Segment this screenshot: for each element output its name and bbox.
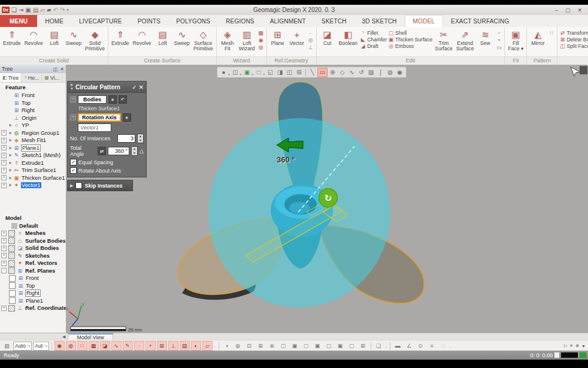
- open-folder-icon[interactable]: ▱: [40, 7, 45, 14]
- trim-surface-button[interactable]: ✂Trim Surface: [434, 28, 454, 52]
- polygon-ref-icon[interactable]: ◎: [307, 37, 314, 44]
- tree-item-region-group1[interactable]: +◍Region Group1: [0, 129, 66, 137]
- panel-tab-vi[interactable]: ▦Vi...: [42, 73, 62, 82]
- view-isometric-icon[interactable]: ▢: [347, 341, 357, 351]
- expand-icon[interactable]: +: [1, 145, 7, 150]
- viewport-split-icon[interactable]: ⊞: [358, 341, 368, 351]
- measure-point-icon[interactable]: ⊙: [416, 341, 426, 351]
- viewport[interactable]: 360 ° 360 ° ↻ y x z 25 mm: [66, 65, 588, 333]
- sweep-solid-button[interactable]: ∿Sweep: [65, 28, 83, 46]
- expand-icon[interactable]: +: [1, 253, 7, 258]
- plane-ref-button[interactable]: ⊞Plane: [269, 28, 287, 46]
- visibility-checkbox[interactable]: [9, 290, 16, 297]
- split-view-icon[interactable]: ◫: [285, 68, 294, 77]
- overflow-dot-icon[interactable]: .: [385, 343, 387, 349]
- tab-regions[interactable]: REGIONS: [218, 15, 262, 27]
- axis-filter-icon[interactable]: ∗: [123, 113, 131, 122]
- undo-icon[interactable]: ↶: [53, 7, 58, 14]
- show-point-cloud-icon[interactable]: ∷: [77, 341, 87, 351]
- tab-home[interactable]: HOME: [37, 15, 71, 27]
- measure-distance-icon[interactable]: ▬: [393, 341, 403, 351]
- rotation-axis-field[interactable]: Vector1: [78, 123, 111, 132]
- selection-mode-dropdown-1[interactable]: Auto▾: [13, 342, 32, 351]
- magnifier-icon[interactable]: ⊕: [267, 341, 277, 351]
- vector-ref-button[interactable]: +Vector: [288, 28, 306, 46]
- sphere-fit-icon[interactable]: ◉: [257, 37, 265, 44]
- expand-icon[interactable]: -: [1, 268, 7, 273]
- show-labels-icon[interactable]: ◐: [191, 341, 201, 351]
- revolve-surface-button[interactable]: ◠Revolve: [132, 28, 153, 46]
- skip-instances-section[interactable]: ▶ ✓ Skip Instances: [67, 180, 133, 191]
- expand-icon[interactable]: +: [1, 153, 7, 158]
- expand-icon[interactable]: +: [1, 130, 7, 135]
- selection-filter-icon[interactable]: ▧: [2, 341, 12, 351]
- previous-view-icon[interactable]: ◑: [222, 341, 232, 351]
- show-coordinates-icon[interactable]: ⊥: [168, 341, 178, 351]
- tree-item-ref-planes[interactable]: -⊞Ref. Planes: [0, 267, 66, 275]
- open-red-icon[interactable]: ⇥: [19, 7, 23, 14]
- visibility-toggle[interactable]: [8, 267, 15, 274]
- more-caret-icon[interactable]: ▾: [66, 7, 69, 14]
- expand-icon[interactable]: +: [1, 183, 7, 188]
- view-left-icon[interactable]: ▢: [301, 341, 311, 351]
- measure-angle-icon[interactable]: ∠: [404, 341, 414, 351]
- instances-spinner[interactable]: ▲▼: [137, 134, 144, 143]
- tab-polygons[interactable]: POLYGONS: [168, 15, 218, 27]
- select-line-icon[interactable]: ╲: [308, 68, 317, 77]
- tree-item-right[interactable]: ⊞Right: [0, 107, 66, 114]
- tab-close-icon[interactable]: ✕: [569, 343, 573, 348]
- panel-collapse-handle[interactable]: [580, 66, 587, 74]
- bodies-collapse-icon[interactable]: −: [70, 96, 76, 102]
- tab-points[interactable]: POINTS: [130, 15, 168, 27]
- tree-item-sketch1-mesh-[interactable]: +✎Sketch1 (Mesh): [0, 152, 66, 159]
- close-button[interactable]: ✕: [577, 7, 582, 13]
- show-vectors-icon[interactable]: +: [146, 341, 156, 351]
- expand-icon[interactable]: +: [1, 261, 7, 266]
- tab-model[interactable]: MODEL: [405, 15, 444, 27]
- tab-exact-surfacing[interactable]: EXACT SURFACING: [443, 15, 517, 27]
- match-surface-icon[interactable]: +: [495, 37, 502, 44]
- angle-preview-icon[interactable]: △: [140, 148, 144, 154]
- split-face-button[interactable]: ◫Split Face: [559, 43, 588, 49]
- loft-solid-button[interactable]: ▤Loft: [46, 28, 63, 46]
- visibility-toggle[interactable]: [8, 260, 15, 267]
- select-lasso-icon[interactable]: ↺: [357, 68, 366, 77]
- axis-collapse-icon[interactable]: −: [70, 114, 76, 120]
- angle-field[interactable]: 360 °: [108, 147, 129, 155]
- paint-fit-icon[interactable]: ◍: [257, 44, 265, 51]
- visibility-checkbox[interactable]: [9, 275, 16, 282]
- wireframe-mode-icon[interactable]: ◫: [231, 68, 240, 77]
- bodies-filter-icon[interactable]: ∗: [108, 95, 117, 104]
- tree-item-trim-surface1[interactable]: +✂Trim Surface1: [0, 167, 66, 174]
- select-polygon-icon[interactable]: ◇: [338, 68, 347, 77]
- expand-icon[interactable]: +: [1, 306, 7, 311]
- circular-pattern-icon[interactable]: ∷: [548, 30, 555, 37]
- dialog-header[interactable]: ✥▼ Circular Pattern ✓ ✕: [67, 81, 147, 93]
- tree-item-default[interactable]: Default: [0, 222, 66, 230]
- auto-surface-icon[interactable]: ▩: [257, 30, 265, 37]
- skip-expand-icon[interactable]: ▶: [70, 183, 73, 188]
- expand-icon[interactable]: +: [1, 231, 7, 236]
- zoom-area-icon[interactable]: ⊞: [256, 341, 266, 351]
- view-right-icon[interactable]: ▣: [313, 341, 323, 351]
- instances-field[interactable]: 3: [117, 134, 135, 143]
- panel-tab-tree[interactable]: ◧Tree: [0, 73, 22, 82]
- sweep-surface-button[interactable]: ∿Sweep: [173, 28, 191, 46]
- import-folder-icon[interactable]: ▰: [47, 7, 51, 14]
- measure-deviation-icon[interactable]: ◌: [438, 341, 448, 351]
- tab-add-icon[interactable]: ⊕: [575, 343, 579, 348]
- home-view-icon[interactable]: ◍: [233, 341, 243, 351]
- tree-item-yp[interactable]: ○YP: [0, 122, 66, 129]
- visibility-toggle[interactable]: [8, 252, 15, 259]
- tree-item-ref-coordinates[interactable]: +⊥Ref. Coordinates: [0, 304, 66, 312]
- loft-surface-button[interactable]: ▤Loft: [154, 28, 172, 46]
- bodies-undo-icon[interactable]: ↶: [119, 95, 127, 104]
- select-sphere-icon[interactable]: ◍: [386, 68, 395, 77]
- tree-item-solid-bodies[interactable]: +◪Solid Bodies: [0, 245, 66, 252]
- zoom-fit-icon[interactable]: ⊡: [244, 341, 254, 351]
- transform-body-button[interactable]: ⇄Transform Body: [559, 30, 588, 36]
- region-mode-caret-icon[interactable]: ▾: [251, 73, 253, 76]
- view-top-icon[interactable]: ▢: [324, 341, 334, 351]
- pin-icon[interactable]: ◫: [53, 67, 58, 72]
- fillet-button[interactable]: ◝Fillet: [360, 30, 387, 36]
